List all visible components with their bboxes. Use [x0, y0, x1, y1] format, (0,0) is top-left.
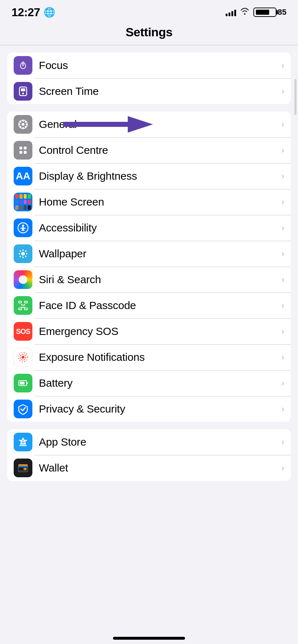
svg-point-33 [21, 304, 22, 305]
control-centre-chevron: › [281, 145, 284, 155]
svg-rect-29 [19, 301, 22, 303]
status-icons: 85 [226, 7, 286, 17]
svg-point-10 [20, 121, 22, 123]
svg-point-6 [22, 120, 24, 122]
svg-rect-32 [24, 308, 27, 310]
home-screen-label: Home Screen [39, 196, 279, 208]
svg-point-13 [20, 126, 22, 128]
status-time: 12:27 [12, 6, 40, 19]
privacy-label: Privacy & Security [39, 403, 279, 415]
svg-point-35 [22, 356, 24, 359]
svg-point-22 [22, 257, 24, 258]
app-store-chevron: › [281, 437, 284, 447]
general-chevron: › [281, 119, 284, 129]
wallpaper-row[interactable]: Wallpaper › [7, 241, 291, 267]
screen-time-icon [14, 82, 32, 101]
general-label: General [39, 118, 279, 130]
battery-container: 85 [253, 8, 286, 17]
scrollbar-track[interactable] [294, 72, 297, 630]
battery-label: Battery [39, 377, 279, 389]
battery-row[interactable]: Battery › [7, 370, 291, 396]
general-icon [14, 115, 32, 134]
display-brightness-chevron: › [281, 171, 284, 181]
svg-point-5 [22, 123, 24, 126]
exposure-row[interactable]: Exposure Notifications › [7, 344, 291, 370]
signal-icon [226, 8, 236, 16]
focus-row[interactable]: Focus › [7, 52, 291, 78]
exposure-chevron: › [281, 352, 284, 362]
screen-time-chevron: › [281, 86, 284, 96]
privacy-chevron: › [281, 404, 284, 414]
display-brightness-row[interactable]: AA Display & Brightness › [7, 163, 291, 189]
svg-rect-40 [27, 382, 28, 384]
svg-point-19 [22, 225, 24, 227]
screen-time-row[interactable]: Screen Time › [7, 78, 291, 104]
emergency-sos-chevron: › [281, 326, 284, 336]
wallet-chevron: › [281, 463, 284, 473]
wallet-label: Wallet [39, 462, 279, 474]
svg-rect-17 [24, 151, 27, 154]
face-id-row[interactable]: Face ID & Passcode › [7, 293, 291, 318]
settings-group-2: General › Control Centre › AA Display & … [7, 111, 291, 422]
accessibility-icon [14, 218, 32, 237]
wallet-row[interactable]: Wallet › [7, 455, 291, 481]
accessibility-row[interactable]: Accessibility › [7, 215, 291, 241]
exposure-label: Exposure Notifications [39, 351, 279, 363]
display-brightness-icon: AA [14, 167, 32, 185]
svg-point-9 [26, 124, 28, 125]
siri-search-icon [14, 270, 32, 289]
svg-point-26 [25, 256, 27, 257]
control-centre-row[interactable]: Control Centre › [7, 137, 291, 163]
focus-chevron: › [281, 60, 284, 70]
battery-icon [14, 374, 32, 392]
globe-icon: 🌐 [44, 7, 55, 18]
wallpaper-icon [14, 244, 32, 263]
settings-group-1: Focus › Screen Time › [7, 52, 291, 104]
face-id-icon [14, 296, 32, 315]
page-title: Settings [126, 25, 172, 39]
home-screen-icon [14, 193, 32, 211]
accessibility-chevron: › [281, 223, 284, 233]
emergency-sos-label: Emergency SOS [39, 325, 279, 337]
svg-point-34 [24, 304, 25, 305]
svg-point-23 [19, 253, 20, 254]
home-screen-chevron: › [281, 197, 284, 207]
svg-point-12 [25, 121, 27, 123]
svg-rect-39 [20, 382, 24, 385]
svg-point-8 [19, 124, 21, 125]
face-id-label: Face ID & Passcode [39, 299, 279, 312]
home-indicator[interactable] [113, 637, 185, 640]
svg-point-47 [23, 468, 26, 470]
emergency-sos-icon: SOS [14, 322, 32, 341]
home-screen-row[interactable]: Home Screen › [7, 189, 291, 215]
svg-point-28 [20, 256, 21, 257]
privacy-row[interactable]: Privacy & Security › [7, 396, 291, 422]
svg-point-20 [21, 252, 25, 256]
svg-point-3 [22, 93, 24, 95]
svg-point-25 [20, 250, 21, 252]
svg-point-24 [26, 253, 27, 254]
wallpaper-chevron: › [281, 249, 284, 259]
battery-chevron: › [281, 378, 284, 388]
wallpaper-label: Wallpaper [39, 248, 279, 260]
siri-search-chevron: › [281, 275, 284, 285]
svg-rect-16 [19, 151, 22, 154]
wifi-icon [240, 7, 250, 17]
privacy-icon [14, 400, 32, 418]
face-id-chevron: › [281, 300, 284, 310]
focus-label: Focus [39, 59, 279, 72]
svg-rect-31 [19, 308, 22, 310]
battery-percent: 85 [278, 8, 286, 17]
svg-rect-2 [21, 88, 25, 91]
svg-point-7 [22, 127, 24, 129]
general-row[interactable]: General › [7, 111, 291, 137]
app-store-row[interactable]: App Store › [7, 429, 291, 455]
siri-search-row[interactable]: Siri & Search › [7, 267, 291, 293]
svg-rect-30 [24, 301, 27, 303]
accessibility-label: Accessibility [39, 222, 279, 234]
display-brightness-label: Display & Brightness [39, 170, 279, 182]
siri-search-label: Siri & Search [39, 273, 279, 286]
emergency-sos-row[interactable]: SOS Emergency SOS › [7, 318, 291, 344]
screen-time-label: Screen Time [39, 85, 279, 97]
focus-icon [14, 56, 32, 75]
